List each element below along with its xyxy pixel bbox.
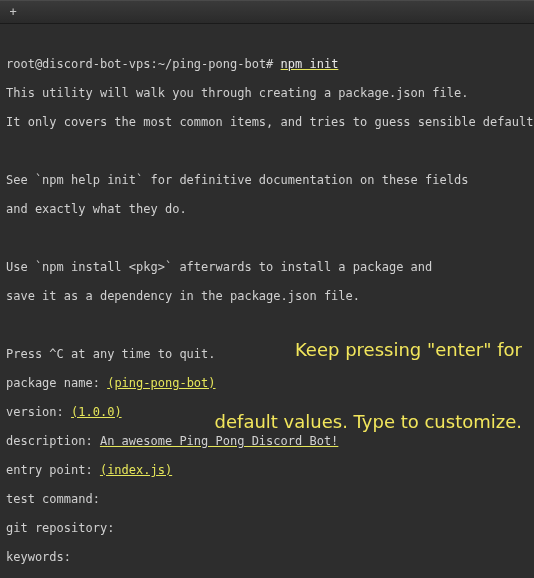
prompt-git-repository: git repository: <box>6 521 528 536</box>
output-line: This utility will walk you through creat… <box>6 86 528 101</box>
new-tab-icon[interactable]: + <box>6 5 20 19</box>
prompt-test-command: test command: <box>6 492 528 507</box>
blank-line <box>6 318 528 333</box>
prompt-version: version: (1.0.0) <box>6 405 528 420</box>
prompt-line: root@discord-bot-vps:~/ping-pong-bot# np… <box>6 57 528 72</box>
output-line: Use `npm install <pkg>` afterwards to in… <box>6 260 528 275</box>
output-line: Press ^C at any time to quit. <box>6 347 528 362</box>
input-entry-point: (index.js) <box>100 463 172 477</box>
output-line: See `npm help init` for definitive docum… <box>6 173 528 188</box>
output-line: It only covers the most common items, an… <box>6 115 528 130</box>
input-package-name: (ping-pong-bot) <box>107 376 215 390</box>
prompt-user-host: root@discord-bot-vps <box>6 57 151 71</box>
blank-line <box>6 231 528 246</box>
input-description: An awesome Ping Pong Discord Bot! <box>100 434 338 448</box>
input-version: (1.0.0) <box>71 405 122 419</box>
command-npm-init: npm init <box>281 57 339 71</box>
prompt-package-name: package name: (ping-pong-bot) <box>6 376 528 391</box>
prompt-keywords: keywords: <box>6 550 528 565</box>
blank-line <box>6 144 528 159</box>
output-line: save it as a dependency in the package.j… <box>6 289 528 304</box>
prompt-description: description: An awesome Ping Pong Discor… <box>6 434 528 449</box>
output-line: and exactly what they do. <box>6 202 528 217</box>
prompt-entry-point: entry point: (index.js) <box>6 463 528 478</box>
prompt-cwd: ~/ping-pong-bot <box>158 57 266 71</box>
window-titlebar: + <box>0 0 534 24</box>
terminal-pane[interactable]: root@discord-bot-vps:~/ping-pong-bot# np… <box>0 24 534 578</box>
